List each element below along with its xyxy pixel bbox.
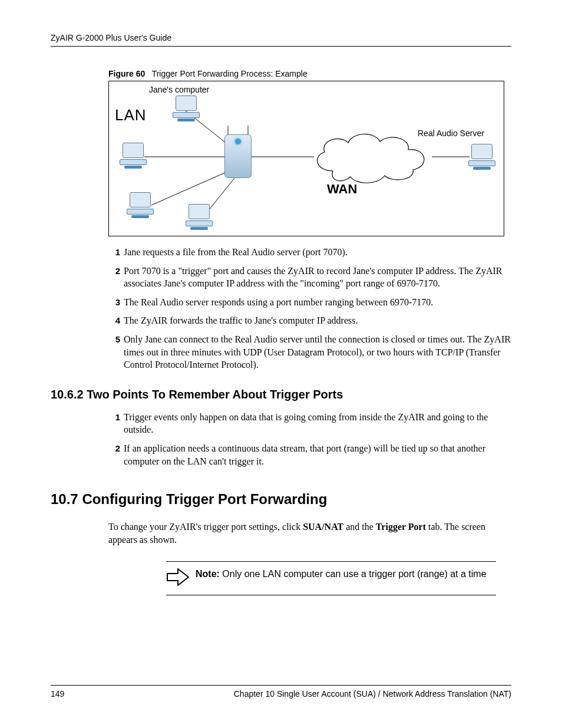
figure-diagram: Jane's computer LAN Internet WAN Real Au… (108, 81, 504, 236)
heading-10-6-2: 10.6.2 Two Points To Remember About Trig… (51, 388, 511, 401)
chapter-title: Chapter 10 Single User Account (SUA) / N… (234, 689, 511, 699)
page-number: 149 (51, 689, 64, 699)
heading-10-7: 10.7 Configuring Trigger Port Forwarding (51, 491, 511, 508)
figure-caption: Figure 60 Trigger Port Forwarding Proces… (108, 69, 511, 78)
step-number: 5 (108, 334, 120, 345)
step-number: 4 (108, 315, 120, 327)
pc-icon (120, 143, 147, 166)
text-fragment: and the (343, 522, 376, 532)
arrow-right-icon (166, 568, 196, 589)
pc-icon (468, 144, 495, 167)
step-number: 2 (108, 265, 120, 277)
bold-trigger-port: Trigger Port (376, 522, 426, 532)
figure-number: Figure 60 (108, 69, 145, 78)
step-text: Jane requests a file from the Real Audio… (124, 246, 511, 259)
body-paragraph: To change your ZyAIR's trigger port sett… (108, 521, 511, 546)
step-text: Only Jane can connect to the Real Audio … (124, 333, 511, 371)
step-number: 2 (108, 443, 120, 454)
note-label: Note: (196, 569, 220, 579)
pc-icon (186, 204, 213, 228)
pc-icon (127, 192, 154, 216)
step-text: The Real Audio server responds using a p… (124, 296, 511, 309)
step-number: 3 (108, 297, 120, 308)
step-text: Port 7070 is a "trigger" port and causes… (124, 265, 511, 290)
step-text: The ZyAIR forwards the traffic to Jane's… (124, 314, 511, 327)
step-number: 1 (108, 411, 120, 423)
router-icon (224, 134, 252, 178)
steps-list-b: 1Trigger events only happen on data that… (108, 411, 511, 467)
pc-icon (173, 95, 200, 119)
bold-sua-nat: SUA/NAT (303, 522, 343, 532)
note-text: Only one LAN computer can use a trigger … (220, 569, 487, 579)
running-header: ZyAIR G-2000 Plus User's Guide (51, 33, 511, 47)
step-number: 1 (108, 246, 120, 258)
cloud-icon (309, 130, 433, 184)
step-text: If an application needs a continuous dat… (124, 442, 511, 467)
label-janes-computer: Jane's computer (149, 85, 209, 94)
step-text: Trigger events only happen on data that … (124, 411, 511, 436)
figure-title: Trigger Port Forwarding Process: Example (152, 69, 308, 78)
page-footer: 149 Chapter 10 Single User Account (SUA)… (51, 685, 511, 699)
svg-line-2 (151, 170, 232, 205)
label-lan: LAN (115, 106, 147, 124)
note-callout: Note: Only one LAN computer can use a tr… (166, 561, 496, 595)
text-fragment: To change your ZyAIR's trigger port sett… (108, 522, 303, 532)
steps-list-a: 1Jane requests a file from the Real Audi… (108, 246, 511, 371)
